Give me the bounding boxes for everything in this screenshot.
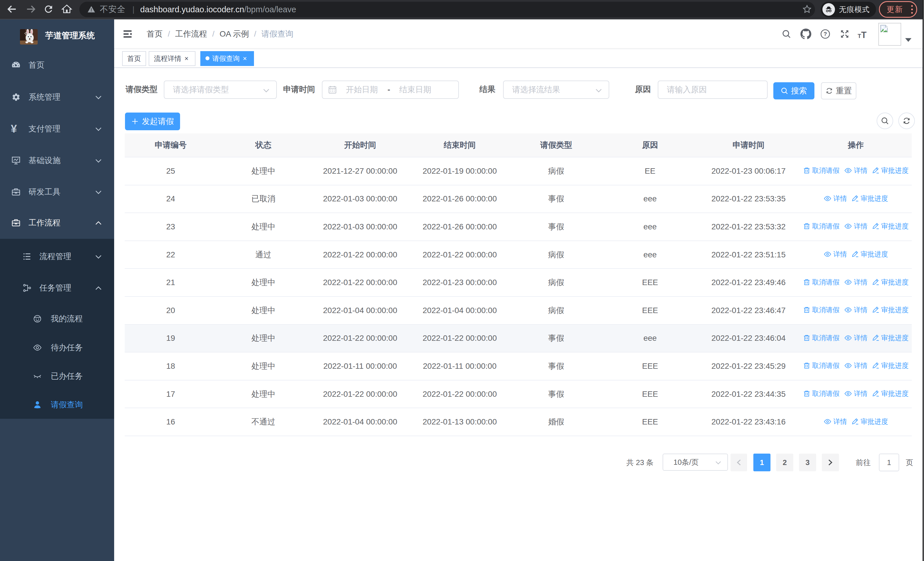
svg-text:?: ?: [824, 31, 827, 37]
svg-text:T: T: [861, 30, 867, 39]
svg-text:T: T: [858, 33, 861, 39]
